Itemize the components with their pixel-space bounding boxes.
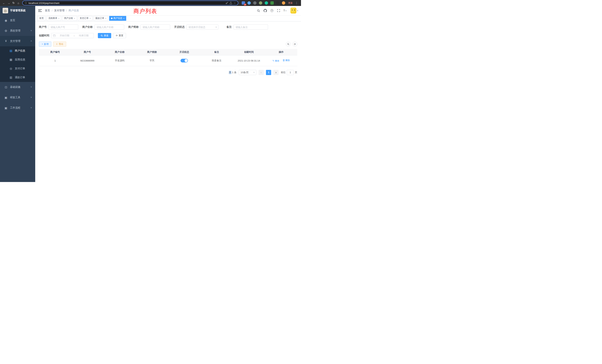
close-icon[interactable]: × [89,17,91,20]
extension-icon-3[interactable] [253,1,257,5]
breadcrumb-separator: / [66,9,67,12]
sidebar-menu: ◉ 首页 ⚙ 系统管理 ˅ ¥ 支付管理 ˄ ▤ 商户信息 [0,15,35,113]
reload-icon[interactable]: ↻ [11,0,16,5]
screen: ← → ↻ ⌂ ⓘ localhost:1024/pay/merchant ☆ … [0,0,301,182]
calendar-icon [53,34,56,37]
extension-icon-1[interactable]: 10 [242,1,245,5]
site-info-icon[interactable]: ⓘ [25,1,27,5]
extension-icon-6[interactable] [270,1,274,5]
close-icon[interactable]: × [123,17,124,20]
sidebar-item-dev-tools[interactable]: ▣ 研发工具 ˅ [0,92,35,103]
prev-page-button[interactable]: ‹ [258,70,264,75]
reset-button[interactable]: ⟳ 重置 [113,33,126,38]
refresh-table-button[interactable]: ⟳ [292,42,297,46]
sidebar-item-merchant-info[interactable]: ▤ 商户信息 [0,46,35,55]
extension-icon-2[interactable] [247,1,251,5]
github-icon[interactable] [262,6,269,15]
sidebar-item-system[interactable]: ⚙ 系统管理 ˅ [0,26,35,36]
navbar-actions: ? TT ▾ [255,6,298,15]
close-icon[interactable]: × [105,17,106,20]
hamburger-icon[interactable] [38,9,42,12]
merchant-no-input[interactable] [49,24,78,30]
export-button-label: 导出 [59,43,63,46]
sidebar-item-pay-orders[interactable]: ◎ 支付订单 [0,64,35,73]
goto-page-input[interactable] [287,70,294,75]
toolbar-right: ⟳ [286,42,297,46]
status-toggle[interactable] [181,59,188,63]
remark-input[interactable] [234,24,268,30]
font-size-icon[interactable]: TT [282,6,289,15]
share-icon[interactable] [230,2,232,4]
sidebar-item-payment[interactable]: ¥ 支付管理 ˄ [0,36,35,46]
extension-icon-4[interactable] [259,1,262,5]
avatar [290,8,296,13]
sidebar-item-home[interactable]: ◉ 首页 [0,15,35,26]
search-button[interactable]: 搜索 [98,33,111,38]
sidebar-item-infrastructure[interactable]: ⊡ 基础设施 ˅ [0,82,35,92]
add-button[interactable]: + 新增 [39,42,51,47]
filter-short-name: 商户简称 [128,24,170,30]
field-label: 商户简称 [128,25,139,29]
close-icon[interactable]: × [58,17,59,20]
tab-home[interactable]: 首页 [37,16,46,21]
page-size-select[interactable]: 10条/页 ▾ [239,70,256,75]
bookmark-star-icon[interactable]: ☆ [234,2,236,4]
browser-menu-icon[interactable]: ⋮ [294,1,300,5]
extension-icon-7[interactable] [276,1,280,5]
total-suffix: 条 [234,71,236,74]
fullscreen-icon[interactable] [275,6,282,15]
tab-pay-orders[interactable]: 支付订单 × [78,16,93,21]
table-row: 1 M233666999 芋道源码 芋艿 我是备注 2021-10-23 08:… [39,55,297,66]
delete-link[interactable]: 删除 [283,59,290,62]
sidebar-item-refund-orders[interactable]: ▥ 退款订单 [0,73,35,82]
extension-icon-8[interactable] [282,1,285,5]
browser-update-button[interactable]: 更新 [288,1,293,5]
caret-down-icon: ▾ [297,10,298,12]
short-name-input[interactable] [140,24,170,30]
content-area: 商户列表 首页 / 支付管理 / 商户信息 [35,6,301,182]
sidebar-item-app-info[interactable]: ▦ 应用信息 [0,55,35,64]
home-icon[interactable]: ⌂ [16,0,21,5]
sidebar-item-workflow[interactable]: ▣ 工作流程 ˅ [0,103,35,113]
chevron-up-icon: ˄ [31,40,32,43]
breadcrumb-home[interactable]: 首页 [45,9,50,12]
filter-merchant-no: 商户号 [39,24,78,30]
close-icon[interactable]: × [74,17,75,20]
breadcrumb-separator: / [52,9,53,12]
edit-link[interactable]: ✎ 修改 [272,59,279,63]
sidebar-item-label: 退款订单 [15,76,25,79]
grid-icon: ▦ [9,58,13,61]
help-icon[interactable]: ? [269,6,275,15]
chevron-down-icon: ˅ [31,96,32,99]
question-mark: ? [270,9,273,12]
status-select-input[interactable] [186,24,218,30]
field-label: 创建时间 [39,34,49,37]
col-full-name: 商户全称 [104,49,136,55]
edit-pencil-icon: ✎ [272,60,274,62]
sidebar-item-label: 基础设施 [10,86,20,89]
tab-refund-orders[interactable]: 退款订单 × [93,16,108,21]
full-name-input[interactable] [95,24,124,30]
status-select[interactable]: ▾ [186,24,218,30]
url-text[interactable]: localhost:1024/pay/merchant [29,2,224,4]
password-key-icon[interactable] [226,2,228,4]
total-count: 1 [232,71,233,74]
toggle-search-button[interactable] [286,42,291,46]
date-range-picker[interactable]: 开始日期 - 结束日期 [51,33,94,38]
current-page-button[interactable]: 1 [266,70,271,75]
breadcrumb-payment[interactable]: 支付管理 [54,9,64,12]
user-menu[interactable]: ▾ [290,8,298,13]
gear-icon: ⚙ [4,29,8,33]
next-page-button[interactable]: › [273,70,279,75]
search-icon[interactable] [255,6,262,15]
tab-merchant-info[interactable]: 商户信息 × [109,16,126,21]
address-bar[interactable]: ⓘ localhost:1024/pay/merchant ☆ [22,0,238,5]
tab-process-form[interactable]: 流程表单 × [46,16,61,21]
toolbox-icon: ▣ [4,96,8,99]
export-button[interactable]: ⇩ 导出 [53,42,66,47]
tab-user-group[interactable]: 用户分组 × [62,16,77,21]
extension-icon-5[interactable] [265,1,268,5]
back-icon[interactable]: ← [1,0,6,5]
logo[interactable]: 芋道管理系统 [0,6,35,15]
forward-icon[interactable]: → [6,0,11,5]
